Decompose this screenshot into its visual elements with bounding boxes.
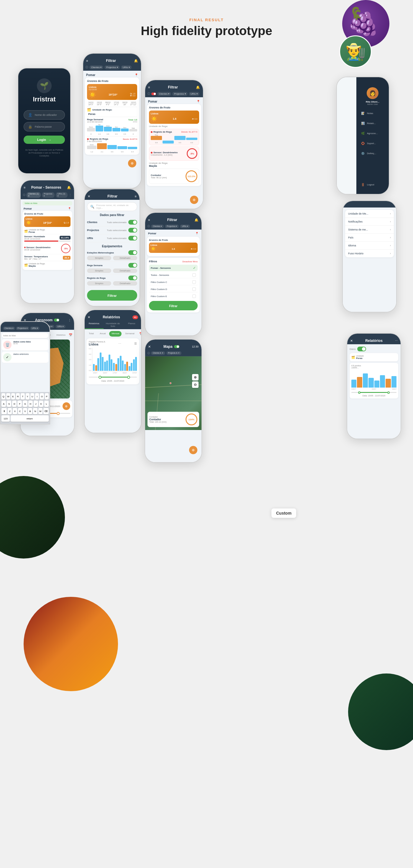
setting-timezone[interactable]: Fuso Horário ›	[345, 250, 394, 257]
filter-todos-sensores[interactable]: Todos - Sensores	[149, 272, 198, 278]
sidebar-definicoes[interactable]: ⚙️ Definiç...	[359, 149, 386, 157]
phone-settings: Unidade de Me... › Notificações › Sistem…	[342, 200, 397, 312]
avatar: 👩	[367, 87, 379, 99]
phone-relatorios: ✕ Relatórios 41 Relatórios Humidade do S…	[84, 309, 142, 433]
phone-filter-sensors: ≡ Filtrar 🔔 ⓘ Clientes ▾ Projectos ▾ URI…	[145, 212, 202, 336]
rega-semanal-label: Rega Semanal	[87, 118, 103, 121]
notif-item-3: ✓ dados anteriores	[2, 352, 49, 363]
filter-custom-d[interactable]: Filtro Custom D	[149, 286, 198, 292]
phone-reports-bottom: ✕ Relatórios ⋯ Diário 🗂️ Unidade	[347, 333, 401, 439]
map-float-btn[interactable]: ⊕	[189, 446, 197, 454]
setting-unidade[interactable]: Unidade de Me... ›	[345, 210, 394, 218]
filter-dark-title: Filtrar	[168, 85, 178, 89]
subtab-total[interactable]: Total	[86, 331, 96, 337]
setting-notif[interactable]: Notificações ›	[345, 218, 394, 226]
projectos-row: Projectos Tudo seleccionado	[87, 226, 137, 234]
uris-row: URIs Tudo seleccionado	[87, 234, 137, 242]
setting-idioma[interactable]: Idioma ›	[345, 242, 394, 250]
page-container: FINAL RESULT High fidelity prototype 🍇 👨…	[0, 0, 413, 868]
clientes-toggle[interactable]	[128, 220, 137, 225]
clientes-chip[interactable]: Clientes ▾	[89, 65, 103, 69]
registro-toggle[interactable]	[128, 276, 137, 280]
phone-filter-dark: ≡ Filtrar 🔔 ⓘ Clientes ▾ Projectos ▾ URI…	[145, 80, 204, 209]
tab-planos[interactable]: Planos	[122, 321, 141, 329]
calendar-icon[interactable]: 📅	[138, 331, 141, 337]
rega-toggle[interactable]	[128, 263, 137, 268]
username-field[interactable]: 👤 Nome do utilizador	[24, 110, 65, 120]
notif-item-2: 🗑️ dados como lidos 09:40	[2, 339, 49, 351]
filter-custom-e[interactable]: Filtro Custom E	[149, 293, 198, 299]
subtab-semanal[interactable]: Semanal	[123, 331, 137, 337]
estacoes-toggle[interactable]	[128, 250, 137, 255]
phone-mapa: ✕ Mapa 12:30 ⓘ Cliente A ✕ Projecto A ✕	[145, 339, 202, 463]
notif-item-1: todas as lidas	[2, 333, 49, 338]
header-section: FINAL RESULT High fidelity prototype 🍇 👨…	[0, 0, 413, 50]
float-action[interactable]: ⊕	[63, 402, 70, 410]
setting-sistema[interactable]: Sistema de me... ›	[345, 226, 394, 234]
farmer-decoration: 👨‍🌾	[339, 35, 372, 68]
sidebar-relatorios[interactable]: 📊 Relató...	[359, 119, 386, 127]
filter-custom-c[interactable]: Filtro Custom C	[149, 279, 198, 285]
phone-sidebar: 👩 Rita Olivei... Admin User 📝 Notas 📊 Re…	[336, 76, 389, 194]
sidebar-suporte[interactable]: 🛟 Suport...	[359, 140, 386, 147]
filter-pomar-sensores[interactable]: Pomar - Sensores ✓	[149, 265, 198, 271]
sidebar-logout[interactable]: 🚪 Logout	[359, 181, 386, 189]
report-toggle[interactable]	[357, 347, 366, 351]
terms-text: Ao fazer login, concordo com as Política…	[21, 149, 67, 157]
filtrar-btn-2[interactable]: Filtrar	[149, 301, 198, 310]
pomar-title: Pomar	[86, 73, 95, 76]
float-btn[interactable]: ⊕	[190, 196, 198, 204]
subtab-mensal[interactable]: Mensal	[109, 331, 121, 337]
keyboard: QWERTYUIOP ASDFGHJKL ⬆ZXCVBNM⌫ 123 retur…	[1, 392, 50, 424]
bg-sunset-circle	[24, 597, 118, 691]
phone-sensor-list: ≡ Pomar - Sensores 🔔 ⓘ Clientes (1) ▾ Pr…	[20, 180, 75, 304]
tab-humidade[interactable]: Humidade do Solo	[104, 321, 122, 329]
custom-label: Custom	[271, 508, 296, 518]
weather-date: 01/10/20	[89, 88, 136, 91]
bg-plant-circle	[0, 476, 65, 559]
password-field[interactable]: 🔒 Palavra-passe	[24, 122, 65, 131]
uris-toggle[interactable]	[128, 236, 137, 241]
sidebar-notas[interactable]: 📝 Notas	[359, 110, 386, 117]
arvores-section: Árvores de Fruto	[87, 80, 137, 83]
uris-chip[interactable]: URIs ▾	[121, 65, 131, 69]
filtrar-button[interactable]: Filtrar	[87, 290, 137, 301]
rega-dates: 13 ó 69 03/10/20	[87, 121, 103, 123]
app-logo-text: Irristrat	[33, 95, 55, 103]
phone-filter-advanced: ✕ Filtrar ≡ 🔍 Procurar nome, nit, unidad…	[84, 189, 140, 307]
bg-leaves-circle	[348, 674, 413, 750]
registo-label: Registo de Rega	[90, 137, 108, 140]
search-filter-input[interactable]: 🔍 Procurar nome, nit, unidade de rega...	[87, 202, 137, 211]
tab-relatorios[interactable]: Relatórios	[85, 321, 104, 329]
clientes-row: Clientes Tudo seleccionado	[87, 218, 137, 226]
map-controls: ⊕ ⊖	[192, 374, 199, 388]
date-picker-icon[interactable]: 📅	[69, 333, 72, 337]
setting-pais[interactable]: País ›	[345, 234, 394, 242]
login-button[interactable]: Login →	[24, 135, 65, 144]
historico-tab[interactable]: Histórico	[54, 333, 68, 338]
desvio-label: Desvio: 41.3/77.5	[123, 138, 137, 140]
subtab-anual[interactable]: Anual	[97, 331, 108, 337]
total-label: Total: 3.5	[128, 119, 137, 121]
phone-login: 🌱 Irristrat 👤 Nome do utilizador 🔒 Palav…	[18, 68, 71, 174]
notifications-read: todas as lidas	[22, 201, 72, 206]
projectos-toggle[interactable]	[128, 228, 137, 232]
sidebar-agrozoom[interactable]: 🌿 Agrozoo...	[359, 129, 386, 137]
phone-filter-main: ≡ Filtrar 🔔 ⓘ Clientes ▾ Projectos ▾ URI…	[83, 53, 142, 189]
projectos-chip[interactable]: Projectos ▾	[105, 65, 120, 69]
phone-keyboard: Clientes ▾ Projectos ▾ URIs ▾ todas as l…	[0, 321, 50, 425]
